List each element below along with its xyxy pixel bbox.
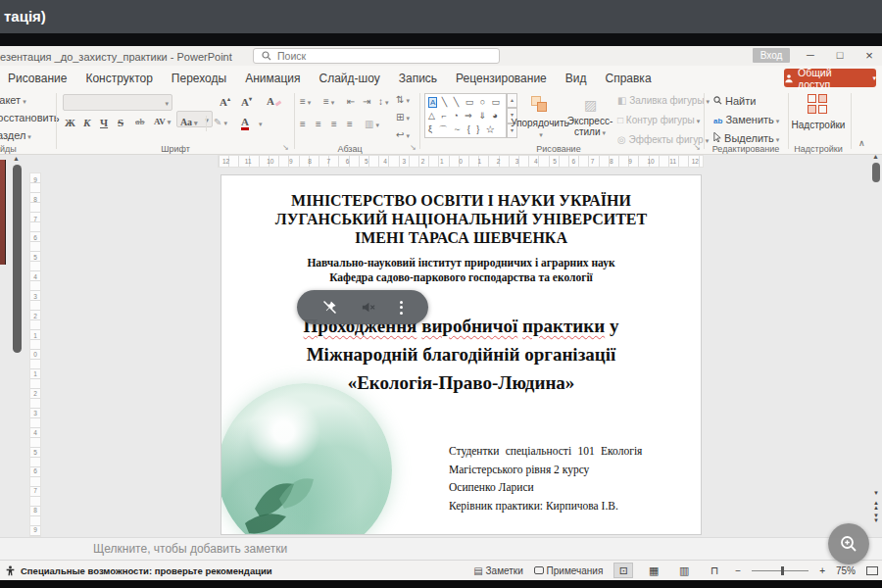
slide-title-textbox[interactable]: Проходження виробничої практики у Міжнар… <box>221 312 701 397</box>
decrease-indent-button[interactable]: ⇤ <box>347 96 355 107</box>
vruler-mark-7: 2 <box>33 313 37 319</box>
quick-styles-button[interactable]: Экспресс-стили▾ <box>563 116 617 137</box>
accessibility-status[interactable]: Специальные возможности: проверьте реком… <box>5 561 272 580</box>
zoom-in-fab[interactable] <box>828 523 869 564</box>
next-slide-button[interactable]: ▼▼ <box>870 514 882 523</box>
numbering-button[interactable]: ≡▾ <box>323 96 334 107</box>
zoom-slider-thumb[interactable] <box>781 566 784 575</box>
slideshow-view-button[interactable]: ⊓ <box>705 563 724 578</box>
zoom-in-button[interactable]: + <box>819 565 825 576</box>
select-button[interactable]: Выделить▾ <box>713 132 779 144</box>
slide-heading-textbox[interactable]: МІНІСТЕРСТВО ОСВІТИ І НАУКИ УКРАЇНИЛУГАН… <box>221 191 701 247</box>
vertical-scrollbar[interactable] <box>872 163 880 182</box>
notes-pane[interactable]: Щелкните, чтобы добавить заметки <box>0 537 882 560</box>
top-window-bar[interactable]: тація) <box>0 0 882 33</box>
align-center-button[interactable]: ≡ <box>316 119 321 129</box>
slide-subheading-textbox[interactable]: Навчально-науковий інститут природничих … <box>221 256 701 285</box>
line-spacing-button[interactable]: ↕▾ <box>378 96 389 107</box>
normal-view-button[interactable]: ⊡ <box>613 563 633 578</box>
reset-button[interactable]: Восстановить <box>0 112 59 123</box>
reading-view-button[interactable]: ▥ <box>674 563 694 578</box>
text-direction-button[interactable]: ⇅▾ <box>396 94 410 105</box>
textbox-shape-icon[interactable]: А <box>428 97 437 108</box>
align-text-button[interactable]: ⊞▾ <box>396 112 410 122</box>
font-group-label: Шрифт <box>59 144 292 154</box>
green-sphere-image[interactable] <box>220 383 392 535</box>
underline-button[interactable]: Ч <box>100 117 108 128</box>
hruler-mark-12: 0 <box>459 158 463 165</box>
increase-indent-button[interactable]: ⇥ <box>363 96 370 107</box>
scroll-up-icon[interactable]: ▲ <box>872 153 879 160</box>
close-button[interactable]: × <box>859 47 879 64</box>
section-button[interactable]: Раздел▾ <box>0 129 31 141</box>
align-right-button[interactable]: ≡ <box>331 119 337 129</box>
character-spacing-button[interactable]: AV▾ <box>154 117 171 126</box>
ribbon-tab-7[interactable]: Вид <box>565 72 587 85</box>
previous-slide-button[interactable]: ▲▲ <box>870 501 882 511</box>
more-options-icon[interactable] <box>400 301 403 315</box>
change-case-button[interactable]: Аа▾ <box>180 117 198 127</box>
ribbon-tab-0[interactable]: Рисование <box>8 72 67 85</box>
paragraph-dialog-launcher[interactable]: ↘ <box>410 143 416 152</box>
clear-formatting-button[interactable]: А <box>267 95 281 107</box>
slide-thumbnail-sliver[interactable] <box>0 160 6 265</box>
thumbnails-scrollbar[interactable] <box>13 165 22 353</box>
italic-button[interactable]: К <box>83 117 90 128</box>
font-name-combo[interactable]: ▾ <box>63 94 172 111</box>
ribbon-tab-4[interactable]: Слайд-шоу <box>319 72 380 85</box>
shrink-font-button[interactable]: А▾ <box>241 95 252 108</box>
shape-fill-button[interactable]: ◧ Заливка фигуры▾ <box>617 95 710 106</box>
strikethrough-ab-button[interactable]: ab <box>135 117 145 126</box>
collapse-ribbon-button[interactable]: ∧ <box>858 138 865 148</box>
drawing-dialog-launcher[interactable]: ↘ <box>694 143 701 152</box>
pin-off-icon[interactable] <box>322 300 337 315</box>
shapes-scroll-up[interactable]: ▴ <box>507 93 517 108</box>
font-dialog-launcher[interactable]: ↘ <box>282 143 289 152</box>
share-button[interactable]: Общий доступ ▾ <box>784 69 876 87</box>
slide-credits-textbox[interactable]: Студентки спеціальності 101 ЕкологіяМагі… <box>449 442 694 514</box>
align-left-button[interactable]: ≡ <box>300 119 306 129</box>
zoom-out-button[interactable]: − <box>735 565 741 576</box>
notes-toggle[interactable]: ▤ Заметки <box>473 565 522 576</box>
strikethrough-button[interactable]: S <box>118 117 123 128</box>
zoom-slider[interactable] <box>752 570 808 571</box>
scroll-down-icon[interactable]: ▼ <box>870 491 882 496</box>
replace-button[interactable]: ab Заменить▾ <box>713 114 779 125</box>
bullets-button[interactable]: ≡▾ <box>300 96 311 107</box>
highlight-pen-button[interactable]: ✎▾ <box>214 117 227 127</box>
fit-to-window-icon[interactable] <box>866 566 878 575</box>
justify-button[interactable]: ≡ <box>347 119 353 129</box>
thumbnails-scroll-up-icon[interactable]: ▲ <box>13 155 20 162</box>
ribbon-tab-3[interactable]: Анимация <box>245 72 300 85</box>
ribbon-tab-8[interactable]: Справка <box>605 72 651 85</box>
shape-outline-button[interactable]: □ Контур фигуры▾ <box>617 115 700 125</box>
ribbon-tab-6[interactable]: Рецензирование <box>456 72 547 85</box>
layout-button[interactable]: Макет▾ <box>0 94 26 106</box>
search-input[interactable]: Поиск <box>253 48 500 64</box>
slide-sorter-view-button[interactable]: ▦ <box>644 563 663 578</box>
bold-button[interactable]: Ж <box>65 117 75 128</box>
ribbon-tab-5[interactable]: Запись <box>399 72 437 85</box>
slides-group-label: Слайды <box>0 144 27 154</box>
notes-placeholder[interactable]: Щелкните, чтобы добавить заметки <box>93 542 287 556</box>
meet-control-pill[interactable] <box>297 290 428 324</box>
slide-canvas[interactable]: МІНІСТЕРСТВО ОСВІТИ І НАУКИ УКРАЇНИЛУГАН… <box>220 174 702 535</box>
find-button[interactable]: Найти <box>713 95 756 107</box>
minimize-button[interactable]: ─ <box>801 47 820 64</box>
chevron-down-icon[interactable]: ▾ <box>259 121 263 128</box>
shapes-gallery[interactable]: А ╲ ╲ ▭ ○ ▭△ ⌐ ◔ ⇒ ⇓ ◕ξ ⌒ ∼ { } ☆ <box>424 93 507 138</box>
signin-button[interactable]: Вход <box>753 48 790 63</box>
volume-off-icon[interactable] <box>361 300 375 315</box>
addins-button[interactable]: Надстройки <box>790 120 847 130</box>
zoom-percent[interactable]: 75% <box>836 565 856 576</box>
comments-toggle[interactable]: Примечания <box>534 565 604 576</box>
font-color-button[interactable]: А <box>241 116 249 130</box>
vruler-mark-0: 9 <box>33 176 37 183</box>
grow-font-button[interactable]: А▴ <box>220 95 230 108</box>
smartart-convert-button[interactable]: ↩▾ <box>396 129 410 140</box>
columns-button[interactable]: ▥▾ <box>365 119 379 129</box>
maximize-button[interactable]: □ <box>830 47 850 64</box>
ribbon-tab-2[interactable]: Переходы <box>172 72 226 85</box>
ribbon-tab-1[interactable]: Конструктор <box>85 72 152 85</box>
title-line2: Міжнародній благодійній організації <box>307 344 616 365</box>
